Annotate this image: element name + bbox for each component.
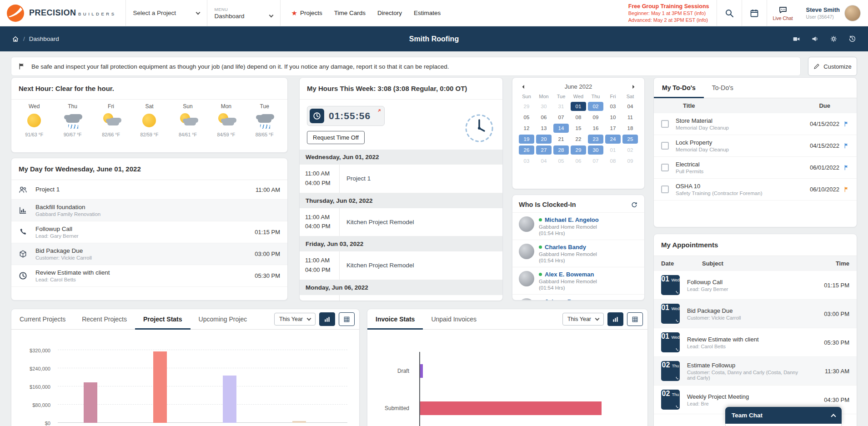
my-day-item[interactable]: Bid Package Due Customer: Vickie Carroll… <box>11 243 287 265</box>
projects-tab[interactable]: Upcoming Projec <box>191 309 256 329</box>
calendar-day-cell[interactable]: 01 <box>571 102 586 111</box>
projects-tab[interactable]: Project Stats <box>135 309 191 329</box>
todo-checkbox[interactable] <box>661 120 669 128</box>
schedule-entry[interactable]: 11:00 AM 04:00 PM Project 1 <box>300 165 502 193</box>
calendar-day-cell[interactable]: 21 <box>553 135 569 144</box>
calendar-day-cell[interactable]: 15 <box>571 124 586 133</box>
todo-title[interactable]: Lock Property <box>676 139 729 146</box>
schedule-entry[interactable]: 11:00 AM 04:00 PM Kitchen Project Remode… <box>300 208 502 237</box>
home-icon[interactable] <box>12 35 19 43</box>
person-name-row[interactable]: Johnny Bravo <box>539 298 584 301</box>
chart-view-button[interactable] <box>319 312 335 326</box>
refresh-icon[interactable] <box>631 201 638 208</box>
todo-checkbox[interactable] <box>661 142 669 150</box>
calendar-day-cell[interactable]: 25 <box>622 135 638 144</box>
todo-title[interactable]: OSHA 10 <box>676 183 762 190</box>
calendar-day-cell[interactable]: 30 <box>588 145 603 155</box>
clocked-in-person[interactable]: Charles Bandy Gabbard Home Remodel (01:5… <box>512 240 644 267</box>
external-link-icon[interactable] <box>377 108 381 113</box>
live-chat-button[interactable]: Live Chat <box>767 5 799 21</box>
request-time-off-button[interactable]: Request Time Off <box>307 131 365 144</box>
nav-item-time-cards[interactable]: Time Cards <box>334 10 366 16</box>
person-name[interactable]: Alex E. Boweman <box>545 271 594 278</box>
calendar-day-cell[interactable]: 23 <box>588 135 603 144</box>
todo-title[interactable]: Electrical <box>676 161 703 168</box>
calendar-day-cell[interactable]: 27 <box>536 145 552 155</box>
timer-widget[interactable]: 01:55:56 <box>307 106 385 126</box>
clocked-in-person[interactable]: Alex E. Boweman Gabbard Home Remodel (01… <box>512 267 644 294</box>
nav-item-projects[interactable]: ★ Projects <box>291 9 322 17</box>
search-button[interactable] <box>717 0 742 26</box>
calendar-day-cell[interactable]: 04 <box>622 102 638 111</box>
megaphone-icon[interactable] <box>811 35 819 43</box>
calendar-day-cell[interactable]: 18 <box>622 124 638 133</box>
user-menu[interactable]: Steve Smith User (35647) <box>799 5 868 21</box>
appointment-date-badge[interactable]: 01 Wed <box>661 275 680 295</box>
schedule-entry[interactable]: 11:00 AM 04:00 PM Project 23b <box>300 295 502 301</box>
calendar-day-cell[interactable]: 19 <box>519 135 534 144</box>
calendar-next-button[interactable] <box>631 84 636 90</box>
customize-button[interactable]: Customize <box>808 57 857 76</box>
calendar-day-cell[interactable]: 16 <box>588 124 603 133</box>
chart-view-button[interactable] <box>607 312 623 326</box>
calendar-day-cell[interactable]: 08 <box>571 113 586 122</box>
clocked-in-person[interactable]: Johnny Bravo <box>512 294 644 301</box>
grid-view-button[interactable] <box>627 312 643 326</box>
person-name-row[interactable]: Michael E. Angeloo <box>539 216 599 223</box>
person-name[interactable]: Johnny Bravo <box>545 298 584 301</box>
video-camera-icon[interactable] <box>793 35 800 43</box>
calendar-day-cell[interactable]: 13 <box>536 124 552 133</box>
calendar-day-cell[interactable]: 31 <box>553 102 569 111</box>
appointment-date-badge[interactable]: 01 Wed <box>661 332 680 352</box>
projects-tab[interactable]: Recent Projects <box>74 309 135 329</box>
period-select[interactable]: This Year <box>274 313 316 326</box>
schedule-project[interactable]: Kitchen Project Remodel <box>340 251 502 280</box>
todos-tab[interactable]: To-Do's <box>704 78 742 98</box>
appointment-date-badge[interactable]: 02 Thu <box>661 390 680 410</box>
my-day-item-title[interactable]: Bid Package Due <box>35 247 92 254</box>
calendar-day-cell[interactable]: 28 <box>553 145 569 155</box>
calendar-day-cell[interactable]: 04 <box>536 156 552 165</box>
calendar-day-cell[interactable]: 01 <box>605 145 621 155</box>
schedule-project[interactable]: Kitchen Project Remodel <box>340 208 502 236</box>
calendar-day-cell[interactable]: 09 <box>588 113 603 122</box>
todo-checkbox[interactable] <box>661 185 669 193</box>
calendar-day-cell[interactable]: 10 <box>605 113 621 122</box>
calendar-day-cell[interactable]: 29 <box>519 102 534 111</box>
chevron-up-icon[interactable] <box>831 414 836 419</box>
appointment-subject[interactable]: Followup Call <box>687 279 728 286</box>
appointment-subject[interactable]: Estimate Followup <box>687 362 801 369</box>
schedule-entry[interactable]: 11:00 AM 04:00 PM Kitchen Project Remode… <box>300 251 502 280</box>
team-chat-header[interactable]: Team Chat <box>725 407 842 424</box>
nav-item-estimates[interactable]: Estimates <box>414 10 441 16</box>
calendar-day-cell[interactable]: 06 <box>536 113 552 122</box>
person-name[interactable]: Charles Bandy <box>545 244 586 251</box>
calendar-prev-button[interactable] <box>521 84 526 90</box>
calendar-day-cell[interactable]: 02 <box>622 145 638 155</box>
calendar-day-cell[interactable]: 02 <box>588 102 603 111</box>
calendar-day-cell[interactable]: 03 <box>519 156 534 165</box>
person-name-row[interactable]: Charles Bandy <box>539 244 597 251</box>
my-day-item[interactable]: Review Estimate with client Lead: Carol … <box>11 265 287 287</box>
schedule-project[interactable]: Project 1 <box>340 165 502 193</box>
app-logo[interactable]: PRECISION BUILDERS <box>0 4 125 22</box>
calendar-day-cell[interactable]: 12 <box>519 124 534 133</box>
calendar-day-cell[interactable]: 03 <box>605 102 621 111</box>
todo-item[interactable]: Electrical Pull Permits 06/01/2022 <box>654 157 857 179</box>
my-day-item[interactable]: Backfill foundation Gabbard Family Renov… <box>11 200 287 221</box>
appointment-subject[interactable]: Bid Package Due <box>687 307 741 314</box>
period-select[interactable]: This Year <box>562 313 604 326</box>
favorite-star-icon[interactable]: ★ <box>291 9 297 17</box>
invoice-tab[interactable]: Unpaid Invoices <box>423 309 485 329</box>
todo-checkbox[interactable] <box>661 164 669 171</box>
calendar-day-cell[interactable]: 09 <box>622 156 638 165</box>
appointment-date-badge[interactable]: 01 Wed <box>661 304 680 324</box>
invoice-tab[interactable]: Invoice Stats <box>367 309 423 329</box>
calendar-day-cell[interactable]: 07 <box>553 113 569 122</box>
grid-view-button[interactable] <box>339 312 355 326</box>
calendar-day-cell[interactable]: 26 <box>519 145 534 155</box>
gear-icon[interactable] <box>830 35 838 43</box>
appointment-item[interactable]: 01 Wed Bid Package Due Customer: Vickie … <box>654 300 857 328</box>
my-day-item[interactable]: Project 1 11:00 AM <box>11 180 287 200</box>
avatar[interactable] <box>844 5 861 21</box>
